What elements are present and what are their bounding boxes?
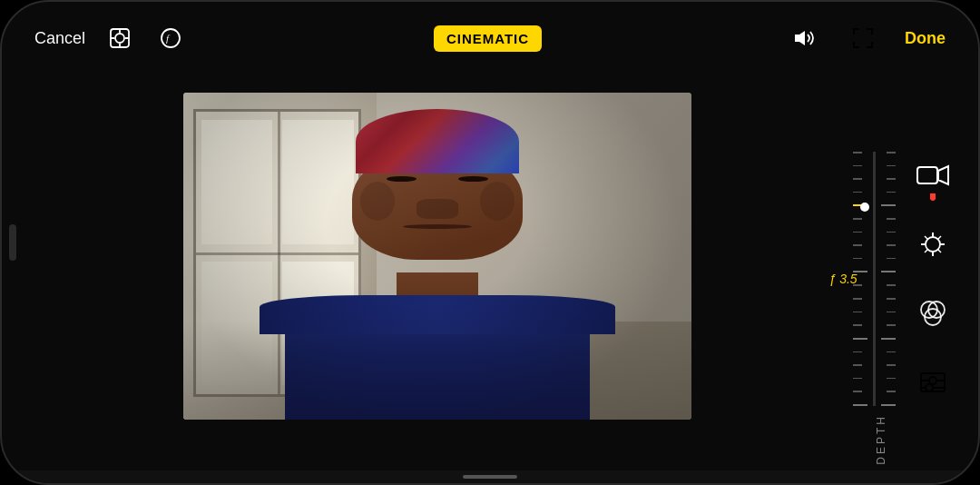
timeline-bar — [2, 470, 978, 483]
svg-point-29 — [926, 384, 933, 391]
background — [183, 93, 691, 420]
main-content: ƒ 3.5 — [2, 74, 978, 483]
svg-rect-9 — [917, 167, 937, 183]
top-left-controls: Cancel f — [34, 22, 187, 54]
depth-label: DEPTH — [875, 414, 887, 465]
done-button[interactable]: Done — [905, 29, 946, 48]
top-bar: Cancel f CINEMATIC — [2, 2, 978, 74]
svg-line-19 — [925, 249, 928, 252]
aperture-icon-button[interactable]: f — [154, 22, 187, 54]
creative-tool-button[interactable] — [911, 223, 955, 266]
video-preview — [183, 93, 691, 420]
cancel-button[interactable]: Cancel — [34, 29, 85, 48]
adjust-tool-button[interactable] — [911, 361, 955, 404]
depth-slider-track[interactable]: ƒ 3.5 — [873, 152, 876, 406]
video-tool-button[interactable] — [911, 153, 955, 197]
color-tool-button[interactable] — [911, 292, 955, 335]
svg-line-18 — [937, 236, 941, 240]
svg-marker-10 — [938, 166, 948, 184]
svg-line-16 — [925, 236, 928, 240]
expand-icon-button[interactable] — [847, 22, 879, 54]
home-indicator — [463, 475, 517, 479]
top-right-controls: Done — [789, 22, 946, 54]
right-toolbar — [906, 74, 960, 483]
svg-marker-8 — [795, 31, 805, 45]
svg-point-1 — [115, 34, 124, 43]
depth-slider-thumb[interactable] — [860, 203, 869, 212]
volume-icon-button[interactable] — [789, 22, 821, 54]
cinematic-mode-badge[interactable]: CINEMATIC — [434, 25, 542, 52]
svg-text:f: f — [166, 33, 171, 44]
depth-slider-area: ƒ 3.5 — [851, 74, 897, 483]
svg-point-6 — [162, 29, 180, 47]
svg-line-17 — [937, 249, 941, 252]
phone-frame: Cancel f CINEMATIC — [0, 0, 980, 485]
svg-point-26 — [929, 377, 936, 384]
focus-icon-button[interactable] — [103, 22, 136, 54]
